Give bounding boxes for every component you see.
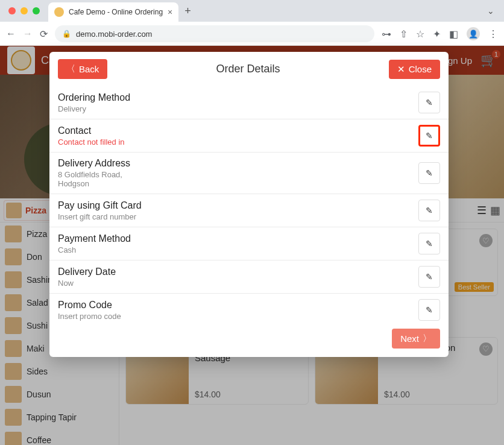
detail-row: Delivery Address8 Goldfields Road, Hodgs… [49,153,449,194]
detail-value: 8 Goldfields Road, Hodgson [58,170,418,188]
edit-button[interactable]: ✎ [418,200,440,221]
favicon-icon [54,7,64,17]
detail-label: Delivery Date [58,267,418,277]
detail-label: Promo Code [58,300,418,311]
menu-icon[interactable]: ⋮ [488,28,498,40]
pencil-icon: ✎ [426,131,433,140]
browser-chrome: Cafe Demo - Online Ordering × + ⌄ ← → ⟳ … [0,0,504,46]
modal-header: 〈 Back Order Details ✕ Close [49,52,449,86]
pencil-icon: ✎ [426,168,433,178]
address-bar: ← → ⟳ 🔒 demo.mobi-order.com ⊶ ⇧ ☆ ✦ ◧ 👤 … [0,22,504,46]
url-text: demo.mobi-order.com [76,30,152,39]
minimize-window-icon[interactable] [20,7,28,14]
detail-value: Delivery [58,104,418,113]
detail-value: Insert promo code [58,312,418,321]
tab-title: Cafe Demo - Online Ordering [69,8,163,16]
url-field[interactable]: 🔒 demo.mobi-order.com [55,25,374,42]
next-button[interactable]: Next 〉 [392,329,440,349]
pencil-icon: ✎ [426,239,433,248]
edit-button[interactable]: ✎ [418,299,440,321]
back-button[interactable]: 〈 Back [58,59,107,79]
forward-icon[interactable]: → [23,28,33,39]
detail-row: Promo CodeInsert promo code✎ [49,294,449,326]
reload-icon[interactable]: ⟳ [40,28,48,40]
detail-row: Payment MethodCash✎ [49,227,449,260]
detail-list: Ordering MethodDelivery✎ContactContact n… [49,86,449,326]
detail-row: Ordering MethodDelivery✎ [49,86,449,119]
profile-icon[interactable]: 👤 [467,27,480,40]
detail-value: Insert gift card number [58,212,418,221]
close-label: Close [409,64,432,74]
edit-button[interactable]: ✎ [418,162,440,184]
lock-icon: 🔒 [62,30,71,38]
panel-icon[interactable]: ◧ [449,28,458,40]
back-icon[interactable]: ← [6,28,16,39]
chevron-right-icon: 〉 [423,333,432,344]
detail-label: Pay using Gift Card [58,200,418,211]
chevron-left-icon: 〈 [66,63,75,75]
modal-title: Order Details [107,63,388,75]
browser-tab[interactable]: Cafe Demo - Online Ordering × [48,2,178,22]
detail-row: ContactContact not filled in✎ [49,119,449,153]
new-tab-icon[interactable]: + [184,5,191,17]
window-controls [8,7,40,14]
back-label: Back [79,64,99,74]
modal-footer: Next 〉 [49,326,449,357]
edit-button[interactable]: ✎ [418,233,440,254]
key-icon[interactable]: ⊶ [382,28,391,40]
toolbar-right: ⊶ ⇧ ☆ ✦ ◧ 👤 ⋮ [382,27,498,40]
detail-row: Pay using Gift CardInsert gift card numb… [49,194,449,227]
edit-button[interactable]: ✎ [418,125,440,147]
next-label: Next [400,333,419,344]
maximize-window-icon[interactable] [33,7,40,14]
extensions-icon[interactable]: ✦ [433,28,441,40]
detail-label: Contact [58,125,418,136]
detail-value: Now [58,279,418,288]
edit-button[interactable]: ✎ [418,92,440,113]
pencil-icon: ✎ [426,206,433,215]
close-button[interactable]: ✕ Close [389,60,440,79]
pencil-icon: ✎ [426,272,433,282]
pencil-icon: ✎ [426,98,433,107]
share-icon[interactable]: ⇧ [400,28,408,40]
tab-bar: Cafe Demo - Online Ordering × + ⌄ [0,0,504,22]
detail-row: Delivery DateNow✎ [49,260,449,294]
close-window-icon[interactable] [8,7,16,14]
detail-value: Contact not filled in [58,137,418,147]
tab-close-icon[interactable]: × [168,7,172,17]
tabs-dropdown-icon[interactable]: ⌄ [487,6,494,16]
detail-label: Payment Method [58,233,418,244]
close-icon: ✕ [397,64,405,75]
edit-button[interactable]: ✎ [418,266,440,288]
pencil-icon: ✎ [426,305,433,315]
detail-label: Delivery Address [58,158,418,169]
detail-label: Ordering Method [58,92,418,103]
detail-value: Cash [58,245,418,254]
bookmark-icon[interactable]: ☆ [416,28,424,40]
order-details-modal: 〈 Back Order Details ✕ Close Ordering Me… [49,52,449,357]
